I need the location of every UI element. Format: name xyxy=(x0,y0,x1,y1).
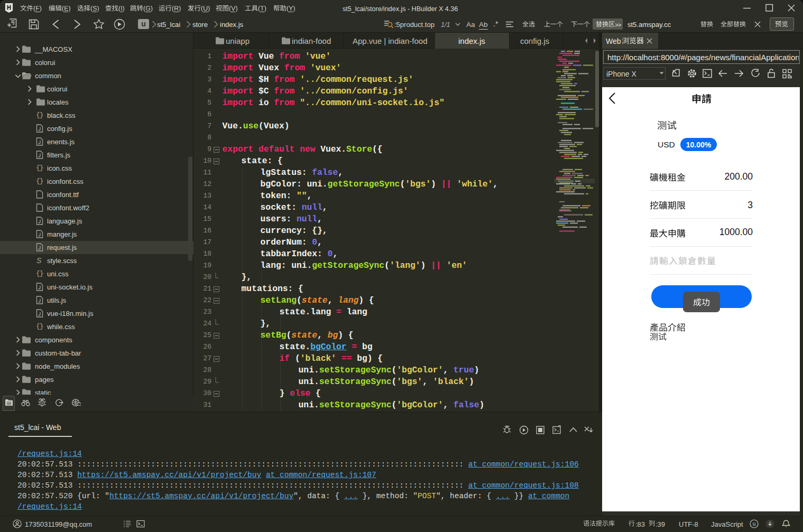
svg-text:u: u xyxy=(753,521,756,527)
